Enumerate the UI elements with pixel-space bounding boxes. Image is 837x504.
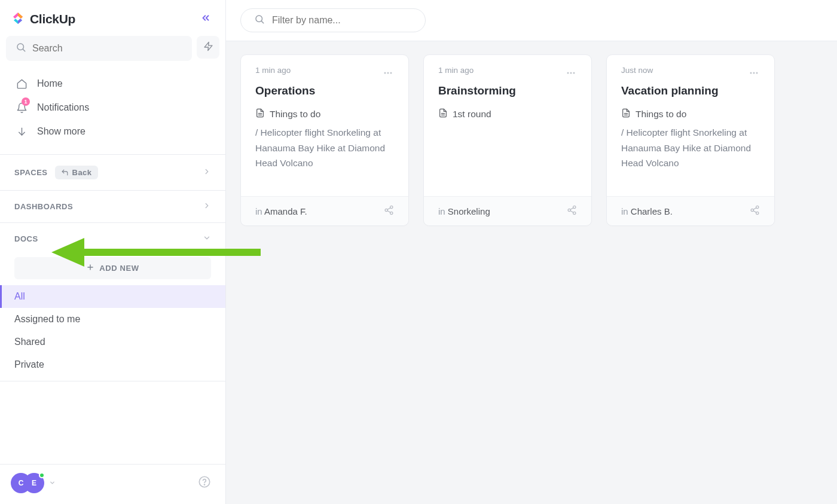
svg-point-22 [573,72,575,74]
svg-line-39 [753,211,756,213]
card-footer: in Amanda F. [241,196,408,225]
main-content: 1 min ago Operations Things to do / Heli… [226,0,837,504]
card-location: Charles B. [631,206,673,216]
svg-point-7 [204,484,204,485]
nav-home[interactable]: Home [6,72,219,96]
notifications-badge: 1 [22,97,30,106]
nav-list: Home 1 Notifications Show more [0,66,225,155]
nav-notifications[interactable]: 1 Notifications [6,96,219,120]
svg-line-19 [387,211,390,213]
filter-private[interactable]: Private [0,353,225,376]
svg-marker-2 [204,42,212,50]
svg-point-31 [753,72,755,74]
search-icon [16,42,26,55]
quick-action-button[interactable] [197,36,219,59]
doc-card[interactable]: 1 min ago Brainstorming 1st round in Sno… [423,54,592,226]
filter-assigned[interactable]: Assigned to me [0,308,225,331]
home-icon [16,78,28,90]
card-timestamp: 1 min ago [438,66,474,75]
nav-show-more-label: Show more [37,126,85,137]
doc-card[interactable]: Just now Vacation planning Things to do … [606,54,775,226]
add-new-label: ADD NEW [99,264,139,273]
card-in-prefix: in [438,206,448,216]
document-icon [255,108,265,120]
dashboards-label: DASHBOARDS [14,202,73,211]
card-doc-row: Things to do [255,108,394,120]
card-timestamp: 1 min ago [255,66,291,75]
card-location: Amanda F. [264,206,307,216]
back-label: Back [72,168,92,177]
filter-all[interactable]: All [0,285,225,308]
spaces-label: SPACES [14,168,48,177]
card-in-prefix: in [621,206,631,216]
plus-icon [86,263,94,273]
card-preview: / Helicopter flight Snorkeling at Hanaum… [621,125,760,171]
card-doc-name: Things to do [636,109,686,120]
bolt-icon [203,41,213,54]
collapse-sidebar-icon[interactable] [200,13,211,26]
status-indicator [39,472,45,478]
filter-field[interactable] [272,15,412,26]
svg-point-12 [390,72,392,74]
svg-line-29 [570,211,573,213]
brand-text: ClickUp [30,12,75,26]
back-pill[interactable]: Back [55,166,98,179]
section-spaces[interactable]: SPACES Back [0,155,225,191]
top-bar [226,0,837,41]
svg-point-10 [384,72,386,74]
section-dashboards[interactable]: DASHBOARDS [0,191,225,223]
search-row [0,36,225,66]
more-menu-icon[interactable] [565,66,577,81]
card-title: Operations [255,84,394,97]
card-in-prefix: in [255,206,264,216]
brand-logo-icon [11,11,25,28]
document-icon [438,108,448,120]
card-doc-row: Things to do [621,108,760,120]
nav-show-more[interactable]: Show more [6,120,219,143]
back-arrow-icon [61,169,69,176]
share-icon[interactable] [750,205,760,217]
card-footer: in Charles B. [607,196,774,225]
search-field[interactable] [32,43,182,54]
svg-point-32 [756,72,758,74]
search-input[interactable] [6,36,192,61]
sidebar: ClickUp Home 1 [0,0,226,504]
user-menu[interactable]: C E [11,473,56,493]
svg-line-1 [23,49,25,51]
card-footer: in Snorkeling [424,196,591,225]
chevron-down-icon [49,478,56,488]
share-icon[interactable] [384,205,394,217]
card-title: Vacation planning [621,84,760,97]
chevron-right-icon [203,167,211,178]
card-preview: / Helicopter flight Snorkeling at Hanaum… [255,125,394,171]
cards-area: 1 min ago Operations Things to do / Heli… [226,41,837,239]
card-title: Brainstorming [438,84,577,97]
doc-card[interactable]: 1 min ago Operations Things to do / Heli… [240,54,409,226]
more-menu-icon[interactable] [748,66,760,81]
share-icon[interactable] [567,205,577,217]
chevron-right-icon [203,201,211,212]
more-menu-icon[interactable] [382,66,394,81]
card-doc-name: Things to do [270,109,320,120]
card-doc-name: 1st round [453,109,491,120]
filter-input[interactable] [240,8,426,32]
card-timestamp: Just now [621,66,653,75]
svg-line-18 [387,208,390,210]
arrow-down-icon [16,126,28,138]
docs-label: DOCS [14,234,38,243]
help-button[interactable] [198,475,211,491]
sidebar-header: ClickUp [0,0,225,36]
docs-filters: All Assigned to me Shared Private [0,285,225,376]
add-new-button[interactable]: ADD NEW [14,257,211,279]
svg-line-28 [570,208,573,210]
brand[interactable]: ClickUp [11,11,75,28]
svg-point-21 [570,72,572,74]
filter-shared[interactable]: Shared [0,331,225,353]
nav-notifications-label: Notifications [37,102,89,113]
svg-point-11 [387,72,389,74]
search-icon [254,14,265,27]
section-docs[interactable]: DOCS [0,223,225,255]
svg-point-30 [750,72,752,74]
sidebar-footer: C E [0,464,225,504]
card-doc-row: 1st round [438,108,577,120]
